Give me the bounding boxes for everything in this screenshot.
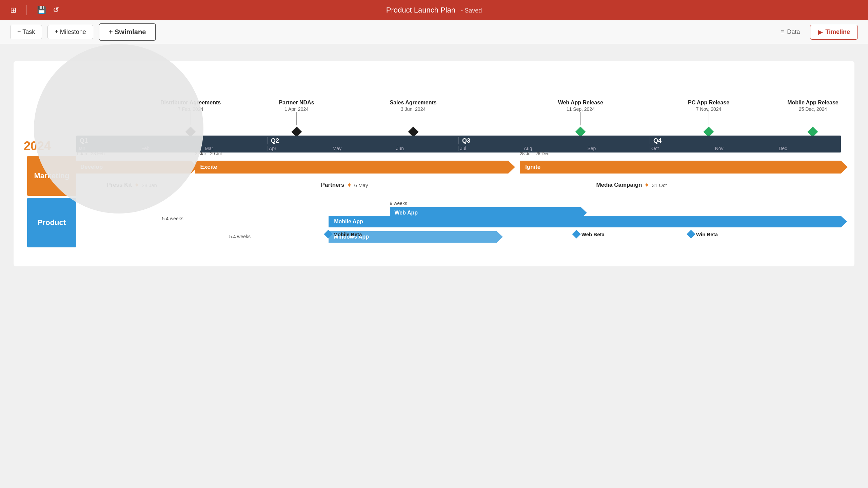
header-divider	[26, 5, 27, 15]
list-icon: ≡	[781, 28, 785, 36]
partners-date: 6 May	[354, 182, 368, 188]
task-win-beta[interactable]: Win Beta	[688, 231, 718, 237]
task-partners[interactable]: Partners ✦ 6 May	[321, 181, 368, 189]
q4-label: Q4	[653, 137, 662, 144]
ignite-date-range: 28 Jul - 26 Dec	[520, 151, 549, 156]
milestone-partner-ndas[interactable]: Partner NDAs 1 Apr, 2024	[279, 100, 314, 136]
milestone-line	[296, 112, 297, 125]
mobileapp-bar[interactable]: Mobile App	[329, 216, 841, 227]
mobile-beta-label: Mobile Beta	[333, 231, 362, 237]
add-milestone-button[interactable]: + Milestone	[47, 25, 93, 39]
month-sep: Sep	[586, 146, 650, 151]
timeline-icon: ▶	[818, 28, 823, 36]
view-toggle: ≡ Data ▶ Timeline	[773, 25, 858, 40]
saved-status: - Saved	[461, 7, 482, 14]
month-jul: Jul	[458, 146, 522, 151]
milestone-line	[709, 112, 709, 125]
winapp-weeks-floating: 5.4 weeks	[229, 234, 251, 239]
month-nov: Nov	[714, 146, 777, 151]
marketing-tasks: Press Kit ✦ 28 Jan Partners ✦ 6 May	[76, 181, 841, 193]
add-task-button[interactable]: + Task	[10, 25, 42, 39]
task-mobile-beta[interactable]: Mobile Beta	[325, 231, 362, 237]
milestone-webapp[interactable]: Web App Release 11 Sep, 2024	[558, 100, 603, 136]
web-beta-diamond	[572, 230, 580, 238]
excite-bar-label: Excite	[195, 164, 223, 170]
task-media-campaign[interactable]: Media Campaign ✦ 31 Oct	[596, 181, 667, 189]
webapp-weeks-label: 9 weeks	[390, 201, 581, 206]
month-jun: Jun	[395, 146, 458, 151]
ignite-bar-label: Ignite	[520, 164, 546, 170]
circle-overlay	[34, 44, 203, 214]
mobile-beta-diamond	[324, 230, 332, 238]
web-beta-label: Web Beta	[581, 231, 605, 237]
header: ⊞ 💾 ↺ Product Launch Plan - Saved	[0, 0, 868, 20]
header-icons: ⊞ 💾 ↺	[10, 5, 59, 15]
month-mar: Mar	[203, 146, 267, 151]
media-campaign-date: 31 Oct	[652, 182, 667, 188]
month-aug: Aug	[522, 146, 586, 151]
ignite-bar[interactable]: Ignite	[520, 161, 841, 174]
month-oct: Oct	[650, 146, 714, 151]
media-campaign-icon: ✦	[644, 181, 650, 189]
timeline-view-button[interactable]: ▶ Timeline	[810, 25, 858, 40]
product-bars-area: 9 weeks Web App Mobile App	[76, 201, 841, 245]
milestone-line	[413, 112, 413, 125]
win-beta-diamond	[687, 230, 695, 238]
webapp-bar-label: Web App	[390, 210, 422, 216]
milestone-pcapp[interactable]: PC App Release 7 Nov, 2024	[688, 100, 729, 136]
document-title: Product Launch Plan - Saved	[386, 6, 482, 15]
product-content: 9 weeks Web App Mobile App	[76, 198, 841, 247]
month-apr: Apr	[267, 146, 331, 151]
product-label: Product	[27, 198, 76, 247]
milestone-line	[580, 112, 581, 125]
undo-icon[interactable]: ↺	[53, 6, 59, 15]
title-text: Product Launch Plan	[386, 6, 455, 14]
month-dec: Dec	[777, 146, 841, 151]
data-view-button[interactable]: ≡ Data	[773, 25, 808, 39]
task-web-beta[interactable]: Web Beta	[573, 231, 605, 237]
q2-label: Q2	[271, 137, 279, 144]
media-campaign-label: Media Campaign	[596, 182, 642, 188]
win-beta-label: Win Beta	[696, 231, 718, 237]
milestone-sales[interactable]: Sales Agreements 3 Jun, 2024	[390, 100, 437, 136]
mobileapp-bar-wrapper: Mobile App	[329, 216, 841, 227]
milestone-mobileapp[interactable]: Mobile App Release 25 Dec, 2024	[787, 100, 839, 136]
partners-label: Partners	[321, 182, 344, 188]
partners-icon: ✦	[347, 181, 352, 189]
q3-label: Q3	[462, 137, 470, 144]
toolbar: + Task + Milestone + Swimlane ≡ Data ▶ T…	[0, 20, 868, 44]
add-swimlane-button[interactable]: + Swimlane	[99, 23, 156, 41]
grid-icon[interactable]: ⊞	[10, 6, 16, 15]
milestone-line	[813, 112, 813, 125]
month-may: May	[331, 146, 395, 151]
mobileapp-bar-label: Mobile App	[329, 219, 369, 225]
winapp-weeks-label: 5.4 weeks	[162, 216, 183, 221]
save-icon[interactable]: 💾	[37, 6, 46, 15]
excite-bar[interactable]: Excite	[195, 161, 509, 174]
